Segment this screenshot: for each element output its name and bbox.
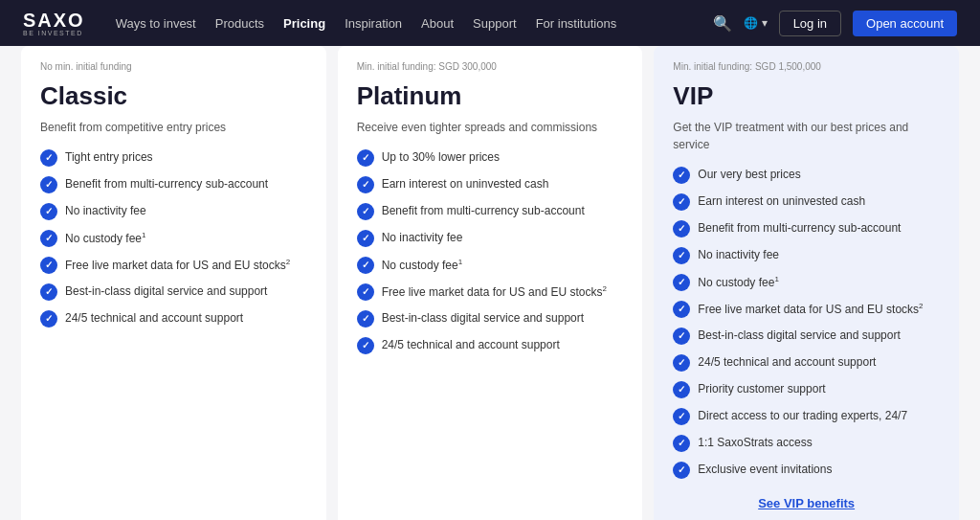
check-icon [40,257,57,274]
list-item: Direct access to our trading experts, 24… [673,408,940,425]
navbar: SAXO BE INVESTED Ways to invest Products… [0,0,980,46]
list-item: 24/5 technical and account support [673,354,940,372]
check-icon [673,220,690,237]
check-icon [673,354,690,372]
vip-min-funding: Min. initial funding: SGD 1,500,000 [673,61,940,72]
search-icon[interactable]: 🔍 [713,14,732,33]
list-item: Earn interest on uninvested cash [357,176,624,193]
check-icon [40,149,57,167]
check-icon [673,167,690,184]
nav-institutions[interactable]: For institutions [536,16,617,31]
list-item: No inactivity fee [673,247,940,264]
vip-subtitle: Get the VIP treatment with our best pric… [673,119,940,153]
check-icon [357,337,374,354]
classic-title: Classic [40,81,307,111]
list-item: 24/5 technical and account support [40,310,307,328]
vip-title: VIP [673,81,940,111]
check-icon [673,301,690,318]
logo: SAXO BE INVESTED [23,11,85,36]
check-icon [673,408,690,425]
nav-support[interactable]: Support [473,16,517,31]
nav-about[interactable]: About [421,16,454,31]
login-button[interactable]: Log in [779,11,841,36]
logo-text: SAXO [23,11,85,30]
check-icon [40,310,57,328]
list-item: Up to 30% lower prices [357,149,624,167]
vip-features: Our very best prices Earn interest on un… [673,167,940,479]
check-icon [673,247,690,264]
check-icon [673,193,690,211]
list-item: Best-in-class digital service and suppor… [40,283,307,301]
nav-ways-to-invest[interactable]: Ways to invest [116,16,196,31]
vip-card: Min. initial funding: SGD 1,500,000 VIP … [654,46,959,520]
platinum-subtitle: Receive even tighter spreads and commiss… [357,119,624,136]
list-item: No inactivity fee [357,230,624,247]
check-icon [673,274,690,291]
check-icon [357,310,374,328]
nav-right: 🔍 🌐 ▾ Log in Open account [713,11,957,36]
check-icon [40,176,57,193]
see-vip-benefits-link[interactable]: See VIP benefits [673,496,940,510]
list-item: Benefit from multi-currency sub-account [673,220,940,237]
list-item: Our very best prices [673,167,940,184]
language-selector[interactable]: 🌐 ▾ [744,16,767,30]
list-item: Best-in-class digital service and suppor… [357,310,624,328]
list-item: 1:1 SaxoStrats access [673,435,940,452]
list-item: Free live market data for US and EU stoc… [673,301,940,318]
list-item: No custody fee1 [673,274,940,291]
check-icon [673,435,690,452]
list-item: 24/5 technical and account support [357,337,624,354]
nav-links: Ways to invest Products Pricing Inspirat… [116,16,691,31]
platinum-card: Min. initial funding: SGD 300,000 Platin… [338,46,643,520]
list-item: Benefit from multi-currency sub-account [357,203,624,220]
list-item: Earn interest on uninvested cash [673,193,940,211]
cards-container: No min. initial funding Classic Benefit … [21,46,959,520]
check-icon [40,283,57,301]
check-icon [673,462,690,479]
nav-inspiration[interactable]: Inspiration [345,16,402,31]
open-account-button[interactable]: Open account [853,11,957,36]
list-item: Tight entry prices [40,149,307,167]
check-icon [357,176,374,193]
platinum-title: Platinum [357,81,624,111]
classic-features: Tight entry prices Benefit from multi-cu… [40,149,307,328]
nav-products[interactable]: Products [215,16,264,31]
check-icon [673,328,690,345]
list-item: Best-in-class digital service and suppor… [673,328,940,345]
classic-min-funding: No min. initial funding [40,61,307,72]
check-icon [673,381,690,398]
classic-subtitle: Benefit from competitive entry prices [40,119,307,136]
platinum-min-funding: Min. initial funding: SGD 300,000 [357,61,624,72]
nav-pricing[interactable]: Pricing [283,16,325,31]
classic-card: No min. initial funding Classic Benefit … [21,46,326,520]
list-item: Priority customer support [673,381,940,398]
list-item: No inactivity fee [40,203,307,220]
check-icon [357,283,374,301]
list-item: Benefit from multi-currency sub-account [40,176,307,193]
list-item: Free live market data for US and EU stoc… [40,257,307,274]
platinum-features: Up to 30% lower prices Earn interest on … [357,149,624,354]
check-icon [357,203,374,220]
pricing-section: No min. initial funding Classic Benefit … [0,46,980,520]
list-item: Free live market data for US and EU stoc… [357,283,624,301]
list-item: No custody fee1 [357,257,624,274]
check-icon [357,257,374,274]
check-icon [40,203,57,220]
logo-tagline: BE INVESTED [23,30,85,36]
check-icon [40,230,57,247]
check-icon [357,149,374,167]
list-item: No custody fee1 [40,230,307,247]
check-icon [357,230,374,247]
list-item: Exclusive event invitations [673,462,940,479]
